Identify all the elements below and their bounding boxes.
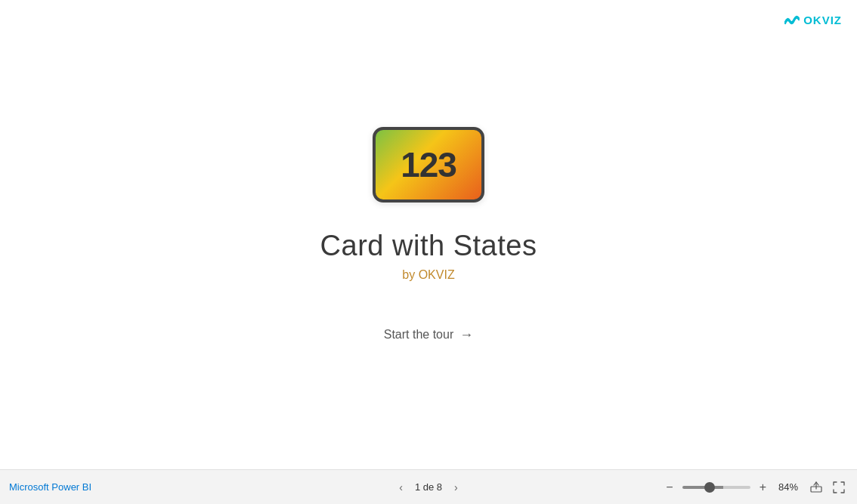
main-content: OKVIZ 123 Card with States by OKVIZ Star…: [0, 0, 857, 469]
toolbar-icons: [807, 478, 848, 496]
page-indicator: 1 de 8: [415, 481, 442, 493]
share-icon: [810, 481, 822, 493]
zoom-percent: 84%: [775, 481, 798, 493]
okviz-logo-icon: [784, 14, 800, 26]
tour-button-label: Start the tour: [384, 328, 454, 342]
zoom-slider[interactable]: [682, 486, 750, 489]
start-tour-button[interactable]: Start the tour →: [384, 327, 474, 343]
zoom-plus-button[interactable]: +: [756, 479, 769, 496]
toolbar-left: Microsoft Power BI: [9, 481, 91, 493]
tour-arrow-icon: →: [459, 327, 473, 343]
card-icon-number: 123: [401, 144, 456, 185]
fullscreen-button[interactable]: [830, 478, 848, 496]
page-subtitle: by OKVIZ: [402, 268, 454, 282]
powerbi-link[interactable]: Microsoft Power BI: [9, 481, 91, 493]
share-button[interactable]: [807, 478, 825, 496]
toolbar-center: ‹ 1 de 8 ›: [394, 478, 463, 496]
zoom-minus-button[interactable]: −: [663, 479, 676, 496]
bottom-toolbar: Microsoft Power BI ‹ 1 de 8 › − + 84%: [0, 469, 857, 504]
zoom-slider-container: [682, 486, 750, 489]
fullscreen-icon: [833, 481, 845, 493]
okviz-logo-text: OKVIZ: [803, 14, 842, 26]
card-icon: 123: [373, 127, 484, 203]
nav-next-button[interactable]: ›: [450, 478, 463, 496]
page-title: Card with States: [320, 230, 537, 262]
okviz-logo[interactable]: OKVIZ: [784, 14, 842, 26]
toolbar-right: − + 84%: [663, 478, 848, 496]
nav-prev-button[interactable]: ‹: [394, 478, 407, 496]
